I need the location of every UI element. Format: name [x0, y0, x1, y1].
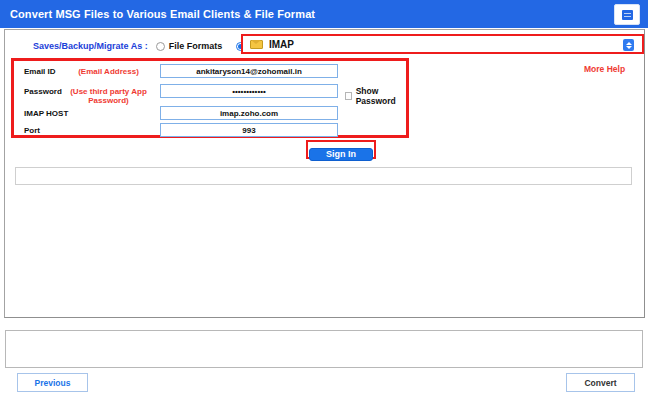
port-row: Port	[14, 123, 406, 139]
imap-host-row: IMAP HOST	[14, 106, 406, 122]
msg-converter-window: Convert MSG Files to Various Email Clien…	[0, 0, 648, 405]
sign-in-highlight: Sign In	[306, 140, 376, 159]
password-hint: (Use third party App Password)	[56, 87, 161, 105]
imap-host-input[interactable]	[160, 106, 338, 120]
password-row: Password (Use third party App Password) …	[14, 84, 406, 100]
hamburger-icon	[622, 10, 633, 20]
previous-button[interactable]: Previous	[17, 373, 88, 392]
convert-button[interactable]: Convert	[566, 373, 635, 392]
email-hint: (Email Address)	[56, 67, 161, 76]
radio-file-formats[interactable]: File Formats	[156, 41, 223, 51]
checkbox-icon	[345, 92, 352, 100]
email-client-dropdown[interactable]: IMAP	[241, 34, 644, 54]
imap-login-form: Email ID (Email Address) Password (Use t…	[11, 58, 409, 138]
email-row: Email ID (Email Address)	[14, 64, 406, 80]
envelope-icon	[250, 40, 263, 49]
email-input[interactable]	[160, 64, 338, 78]
port-input[interactable]	[160, 123, 338, 137]
dropdown-selected-value: IMAP	[269, 39, 294, 50]
port-label: Port	[24, 126, 40, 135]
more-help-link[interactable]: More Help	[584, 64, 625, 74]
title-bar: Convert MSG Files to Various Email Clien…	[0, 0, 648, 28]
imap-host-label: IMAP HOST	[24, 109, 68, 118]
show-password-label: Show Password	[356, 86, 406, 106]
window-title: Convert MSG Files to Various Email Clien…	[0, 8, 315, 20]
main-panel: Saves/Backup/Migrate As : File Formats E…	[4, 29, 645, 318]
dropdown-arrow-icon[interactable]	[623, 39, 634, 51]
radio-circle-icon	[156, 42, 165, 51]
menu-button[interactable]	[614, 4, 640, 25]
migrate-as-label: Saves/Backup/Migrate As :	[33, 41, 148, 51]
password-input[interactable]	[160, 84, 338, 98]
show-password-toggle[interactable]: Show Password	[345, 86, 406, 106]
email-id-label: Email ID	[24, 67, 56, 76]
log-output-box	[5, 330, 643, 368]
radio-file-formats-label: File Formats	[169, 41, 223, 51]
sign-in-button[interactable]: Sign In	[309, 148, 373, 161]
progress-status-bar	[15, 167, 632, 185]
